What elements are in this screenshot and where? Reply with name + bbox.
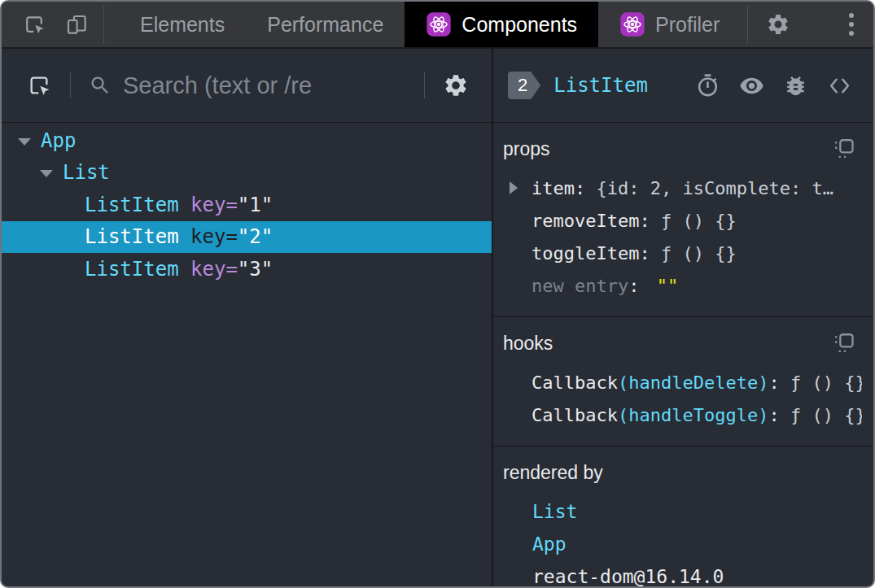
key-attribute: key= <box>190 225 238 248</box>
rendered-by-list-link[interactable]: List <box>503 495 862 528</box>
tab-label: Profiler <box>655 13 720 37</box>
component-name: ListItem <box>85 258 179 281</box>
section-title: rendered by <box>503 462 603 484</box>
search-icon <box>89 74 112 97</box>
key-value: "3" <box>238 258 273 281</box>
inspect-element-icon[interactable] <box>22 12 46 37</box>
component-name: App <box>41 129 76 152</box>
tree-toolbar <box>2 49 492 123</box>
tab-elements[interactable]: Elements <box>119 2 246 47</box>
chevron-right-icon[interactable] <box>510 181 518 194</box>
section-title: props <box>503 138 550 160</box>
chevron-down-icon[interactable] <box>18 138 31 146</box>
chevron-down-icon[interactable] <box>40 170 53 177</box>
hook-name: Callback <box>532 372 618 393</box>
tab-label: Elements <box>140 13 225 37</box>
search-input[interactable] <box>123 72 406 99</box>
stopwatch-suspend-icon[interactable] <box>695 73 720 98</box>
devtools-tabbar: Elements Performance Components Profiler <box>2 2 873 49</box>
hook-value: ƒ () {} <box>790 372 862 393</box>
react-logo-icon <box>426 11 452 37</box>
hook-fn-name: (handleToggle) <box>618 405 768 425</box>
component-name: List <box>63 161 110 184</box>
component-tree: App List ListItem key="1" ListItem key="… <box>2 123 492 285</box>
key-attribute: key= <box>190 194 238 216</box>
tree-row-listitem-2-selected[interactable]: ListItem key="2" <box>2 221 492 254</box>
selected-component-title: ListItem <box>553 74 648 97</box>
separator <box>103 5 104 44</box>
props-section: props item: {id: 2, isComplete: t… remov… <box>493 123 873 317</box>
prop-value: ƒ () {} <box>661 211 737 231</box>
prop-value: {id: 2, isComplete: t… <box>596 178 833 198</box>
component-name: ListItem <box>85 194 179 216</box>
tab-label: Performance <box>267 13 383 37</box>
hook-value: ƒ () {} <box>790 405 862 425</box>
inspect-component-icon[interactable] <box>26 72 52 98</box>
eye-inspect-dom-icon[interactable] <box>739 73 764 98</box>
devtools-window: Elements Performance Components Profiler <box>0 0 875 588</box>
owners-stack-badge[interactable]: 2 <box>508 72 540 99</box>
kebab-menu-icon[interactable] <box>849 13 854 36</box>
components-tree-panel: App List ListItem key="1" ListItem key="… <box>2 49 493 586</box>
tree-row-list[interactable]: List <box>2 157 492 189</box>
details-header: 2 ListItem <box>493 49 873 123</box>
settings-gear-icon[interactable] <box>443 72 469 98</box>
tab-performance[interactable]: Performance <box>246 2 405 47</box>
prop-value: ƒ () {} <box>661 243 737 264</box>
hook-name: Callback <box>532 405 618 425</box>
view-source-icon[interactable] <box>827 73 852 98</box>
rendered-by-react-dom: react-dom@16.14.0 <box>503 560 862 586</box>
tab-label: Components <box>462 13 577 37</box>
react-logo-icon <box>619 11 645 37</box>
new-entry-label: new entry <box>532 276 628 296</box>
device-toolbar-icon[interactable] <box>64 12 89 37</box>
copy-icon[interactable] <box>833 137 855 160</box>
copy-icon[interactable] <box>833 332 855 355</box>
prop-row-removeitem[interactable]: removeItem: ƒ () {} <box>503 204 862 237</box>
key-value: "2" <box>238 225 273 248</box>
new-entry-value[interactable]: "" <box>650 276 679 296</box>
tree-row-app[interactable]: App <box>2 124 492 157</box>
separator <box>747 5 748 44</box>
prop-name: toggleItem <box>532 243 639 264</box>
prop-row-new-entry[interactable]: new entry: "" <box>503 269 862 302</box>
rendered-by-app-link[interactable]: App <box>503 528 862 560</box>
tree-row-listitem-3[interactable]: ListItem key="3" <box>2 253 492 285</box>
hook-fn-name: (handleDelete) <box>618 372 768 393</box>
hook-row-handletoggle[interactable]: Callback(handleToggle): ƒ () {} <box>503 399 862 431</box>
tree-row-listitem-1[interactable]: ListItem key="1" <box>2 189 492 221</box>
separator <box>70 72 71 98</box>
key-value: "1" <box>238 194 273 216</box>
prop-name: removeItem <box>532 211 639 231</box>
prop-row-toggleitem[interactable]: toggleItem: ƒ () {} <box>503 237 862 269</box>
tab-components[interactable]: Components <box>405 2 598 47</box>
key-attribute: key= <box>190 258 238 281</box>
section-title: hooks <box>503 333 553 355</box>
hooks-section: hooks Callback(handleDelete): ƒ () {} Ca… <box>493 317 873 446</box>
rendered-by-section: rendered by List App react-dom@16.14.0 <box>493 446 873 586</box>
prop-row-item[interactable]: item: {id: 2, isComplete: t… <box>503 172 862 204</box>
prop-name: item <box>532 178 575 198</box>
tab-profiler[interactable]: Profiler <box>598 2 741 47</box>
hook-row-handledelete[interactable]: Callback(handleDelete): ƒ () {} <box>503 366 862 399</box>
separator <box>424 72 425 98</box>
component-details-panel: 2 ListItem props <box>493 49 873 586</box>
bug-log-icon[interactable] <box>783 73 808 98</box>
component-name: ListItem <box>85 225 179 248</box>
settings-gear-icon[interactable] <box>766 12 790 37</box>
